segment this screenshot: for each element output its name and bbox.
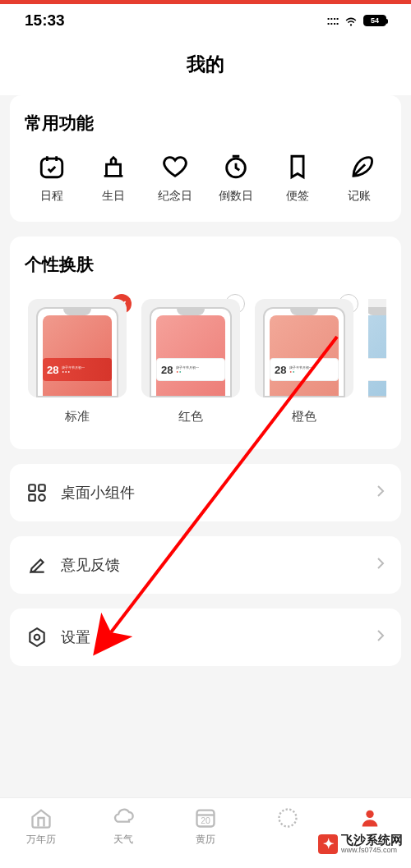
wifi-icon (344, 15, 358, 26)
edit-icon (26, 554, 48, 576)
house-icon (30, 806, 53, 829)
svg-point-12 (366, 811, 373, 818)
func-label: 纪念日 (158, 189, 192, 204)
func-birthday[interactable]: 生日 (90, 153, 137, 204)
func-label: 生日 (102, 189, 125, 204)
tab-label: 黄历 (196, 833, 215, 847)
calendar-day-icon: 20 (194, 806, 217, 829)
svg-point-5 (39, 494, 45, 501)
widgets-item[interactable]: 桌面小组件 (10, 464, 401, 521)
common-functions-card: 常用功能 日程 生日 纪念日 (10, 95, 401, 222)
func-notes[interactable]: 便签 (274, 153, 321, 204)
svg-marker-6 (30, 628, 44, 646)
theme-partial[interactable]: 28 (368, 299, 386, 425)
widgets-icon (26, 482, 48, 503)
watermark-url: www.fs0745.com (341, 847, 403, 855)
cake-icon (99, 153, 127, 181)
tab-calendar[interactable]: 万年历 (8, 806, 74, 847)
feather-icon (345, 153, 373, 181)
svg-point-7 (35, 635, 40, 641)
settings-item[interactable]: 设置 (10, 609, 401, 666)
status-time: 15:33 (25, 11, 65, 30)
svg-rect-4 (29, 494, 35, 501)
chevron-right-icon (376, 557, 385, 573)
common-functions-title: 常用功能 (25, 112, 386, 135)
func-label: 倒数日 (219, 189, 253, 204)
watermark: ✦ 飞沙系统网 www.fs0745.com (318, 834, 403, 855)
gear-icon (26, 627, 48, 648)
battery-icon: 54 (363, 15, 386, 26)
feedback-item[interactable]: 意见反馈 (10, 536, 401, 594)
signal-icon: :::: (326, 14, 339, 27)
theme-red[interactable]: 28 庚子年节月初一● ● 红色 (141, 299, 240, 425)
func-accounting[interactable]: 记账 (335, 153, 383, 204)
svg-rect-3 (39, 485, 45, 491)
tab-huangli[interactable]: 20 黄历 (173, 806, 238, 847)
status-bar: 15:33 :::: 54 (0, 4, 411, 37)
theme-standard[interactable]: 28 庚子年节月初一● ● ● 标准 (28, 299, 127, 425)
list-label: 桌面小组件 (61, 483, 363, 503)
tab-discover[interactable] (255, 806, 321, 833)
watermark-main: 飞沙系统网 (341, 834, 403, 847)
cloud-icon (112, 806, 135, 829)
chevron-right-icon (376, 629, 385, 645)
theme-label: 标准 (65, 409, 90, 425)
svg-text:20: 20 (201, 815, 210, 825)
func-label: 日程 (40, 189, 63, 204)
theme-orange[interactable]: 28 庚子年节月初一● ● 橙色 (255, 299, 353, 425)
themes-card: 个性换肤 28 庚子年节月初一● ● ● 标准 (10, 237, 401, 449)
bookmark-icon (284, 153, 312, 181)
calendar-check-icon (38, 153, 66, 181)
heart-icon (161, 153, 189, 181)
svg-point-11 (279, 810, 297, 827)
func-anniversary[interactable]: 纪念日 (151, 153, 199, 204)
status-right: :::: 54 (326, 14, 386, 27)
list-label: 意见反馈 (61, 555, 363, 575)
theme-label: 红色 (178, 409, 203, 425)
func-countdown[interactable]: 倒数日 (212, 153, 260, 204)
chevron-right-icon (376, 485, 385, 501)
list-label: 设置 (61, 627, 363, 647)
tab-me[interactable] (337, 806, 403, 833)
tab-label: 天气 (113, 833, 133, 847)
tab-weather[interactable]: 天气 (90, 806, 156, 847)
person-icon (358, 806, 381, 829)
svg-rect-0 (41, 158, 62, 177)
func-label: 记账 (348, 189, 371, 204)
tab-label: 万年历 (26, 833, 56, 847)
watermark-logo: ✦ (318, 834, 338, 854)
themes-title: 个性换肤 (25, 253, 386, 276)
compass-icon (276, 806, 299, 829)
theme-label: 橙色 (292, 409, 316, 425)
func-schedule[interactable]: 日程 (28, 153, 76, 204)
svg-rect-2 (29, 485, 35, 491)
page-title: 我的 (0, 37, 411, 95)
func-label: 便签 (286, 189, 309, 204)
clock-icon (222, 153, 250, 181)
